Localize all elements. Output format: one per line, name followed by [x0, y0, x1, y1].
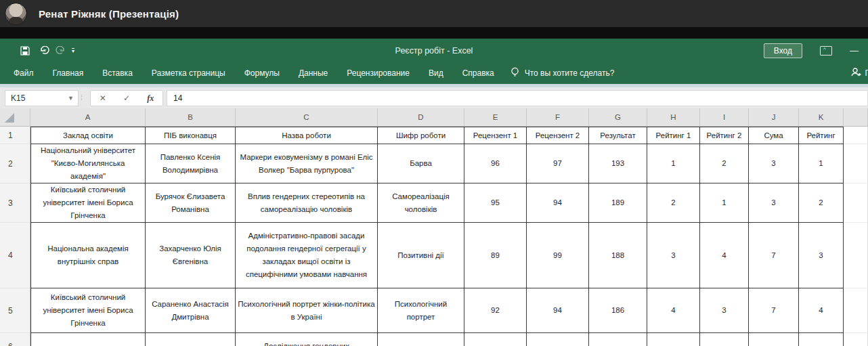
ribbon-tab-8[interactable]: Справка: [453, 62, 504, 84]
cell-I4[interactable]: 4: [700, 223, 749, 288]
cell-C1[interactable]: Назва роботи: [236, 127, 378, 144]
cell-E3[interactable]: 95: [464, 183, 527, 223]
cell-C2[interactable]: Маркери ековуменізму в романі Еліс Волке…: [236, 144, 378, 183]
cell-J5[interactable]: 7: [749, 288, 799, 333]
cell-J4[interactable]: 7: [749, 223, 799, 288]
cell-G5[interactable]: 186: [589, 288, 647, 333]
column-header-A[interactable]: A: [30, 108, 146, 126]
cell-F1[interactable]: Рецензент 2: [527, 127, 589, 144]
tell-me-box[interactable]: Что вы хотите сделать?: [511, 67, 615, 80]
row-header-1[interactable]: 1: [0, 127, 30, 144]
cell-J1[interactable]: Сума: [749, 127, 799, 144]
enter-entry-icon[interactable]: ✓: [123, 93, 130, 103]
cell-C5[interactable]: Психологічний портрет жінки-політика в У…: [236, 288, 378, 333]
cell-B6[interactable]: [146, 333, 236, 346]
row-header-5[interactable]: 5: [0, 288, 30, 333]
cell-K6[interactable]: [799, 333, 844, 346]
cell-C6[interactable]: Дослідження гендерних: [236, 333, 378, 346]
row-header-3[interactable]: 3: [0, 183, 30, 223]
cell-partial-5[interactable]: [844, 288, 868, 333]
cell-H1[interactable]: Рейтинг 1: [647, 127, 700, 144]
ribbon-tab-5[interactable]: Данные: [289, 62, 337, 84]
column-header-F[interactable]: F: [527, 108, 589, 126]
cell-G2[interactable]: 193: [589, 144, 647, 183]
cell-K2[interactable]: 1: [799, 144, 844, 183]
row-header-2[interactable]: 2: [0, 144, 30, 183]
ribbon-tab-2[interactable]: Вставка: [93, 62, 142, 84]
cell-C4[interactable]: Адміністративно-правові засади подолання…: [236, 223, 378, 288]
cell-F2[interactable]: 97: [527, 144, 589, 183]
cell-A3[interactable]: Київський столичний університет імені Бо…: [30, 183, 146, 223]
cell-D3[interactable]: Самореалізація чоловіків: [378, 183, 464, 223]
cell-partial-1[interactable]: [844, 127, 868, 144]
column-header-B[interactable]: B: [146, 108, 236, 126]
cell-G4[interactable]: 188: [589, 223, 647, 288]
cell-G1[interactable]: Результат: [589, 127, 647, 144]
cell-D1[interactable]: Шифр роботи: [378, 127, 464, 144]
cell-E2[interactable]: 96: [464, 144, 527, 183]
row-header-6[interactable]: 6: [0, 333, 30, 346]
cell-D6[interactable]: [378, 333, 464, 346]
column-header-G[interactable]: G: [589, 108, 647, 126]
select-all-corner[interactable]: [0, 108, 30, 126]
cell-partial-2[interactable]: [844, 144, 868, 183]
cell-partial-4[interactable]: [844, 223, 868, 288]
column-header-K[interactable]: K: [799, 108, 844, 126]
cell-D2[interactable]: Барва: [378, 144, 464, 183]
cell-E4[interactable]: 89: [464, 223, 527, 288]
cell-B1[interactable]: ПІБ виконавця: [146, 127, 236, 144]
cell-B4[interactable]: Захарченко Юлія Євгенівна: [146, 223, 236, 288]
column-header-D[interactable]: D: [378, 108, 464, 126]
customize-quick-access-icon[interactable]: ▾: [72, 48, 74, 53]
cell-F6[interactable]: [527, 333, 589, 346]
cell-I6[interactable]: [700, 333, 749, 346]
cell-A2[interactable]: Національний університет "Києво-Могилянс…: [30, 144, 146, 183]
cell-K3[interactable]: 2: [799, 183, 844, 223]
minimize-icon[interactable]: —: [850, 47, 859, 54]
cell-A5[interactable]: Київський столичний університет імені Бо…: [30, 288, 146, 333]
cell-J3[interactable]: 3: [749, 183, 799, 223]
save-icon[interactable]: [20, 46, 30, 56]
cell-H2[interactable]: 1: [647, 144, 700, 183]
column-header-C[interactable]: C: [236, 108, 378, 126]
cell-K4[interactable]: 3: [799, 223, 844, 288]
cell-C3[interactable]: Вплив гендерних стереотипів на самореалі…: [236, 183, 378, 223]
ribbon-tab-3[interactable]: Разметка страницы: [142, 62, 235, 84]
cell-I1[interactable]: Рейтинг 2: [700, 127, 749, 144]
cell-I5[interactable]: 3: [700, 288, 749, 333]
cell-A4[interactable]: Національна академія внутрішніх справ: [30, 223, 146, 288]
cell-H4[interactable]: 3: [647, 223, 700, 288]
cell-H5[interactable]: 4: [647, 288, 700, 333]
ribbon-tab-4[interactable]: Формулы: [235, 62, 289, 84]
row-header-4[interactable]: 4: [0, 223, 30, 288]
cell-H3[interactable]: 2: [647, 183, 700, 223]
cancel-entry-icon[interactable]: ✕: [100, 93, 106, 103]
name-box-dropdown-icon[interactable]: ▼: [68, 95, 74, 102]
column-header-H[interactable]: H: [647, 108, 700, 126]
cell-F5[interactable]: 94: [527, 288, 589, 333]
cell-E5[interactable]: 92: [464, 288, 527, 333]
cell-D5[interactable]: Психологічний портрет: [378, 288, 464, 333]
column-header-E[interactable]: E: [464, 108, 527, 126]
cell-F4[interactable]: 99: [527, 223, 589, 288]
column-header-J[interactable]: J: [749, 108, 799, 126]
cell-B5[interactable]: Сараненко Анастасія Дмитрівна: [146, 288, 236, 333]
column-header-partial[interactable]: [844, 108, 868, 126]
formula-input[interactable]: 14: [167, 90, 868, 106]
cell-E6[interactable]: [464, 333, 527, 346]
ribbon-tab-7[interactable]: Вид: [419, 62, 453, 84]
ribbon-tab-file[interactable]: Файл: [4, 62, 43, 84]
cell-K1[interactable]: Рейтинг: [799, 127, 844, 144]
cell-partial-3[interactable]: [844, 183, 868, 223]
cell-I2[interactable]: 2: [700, 144, 749, 183]
cell-A6[interactable]: [30, 333, 146, 346]
share-button[interactable]: П: [850, 67, 868, 79]
cell-F3[interactable]: 94: [527, 183, 589, 223]
cell-partial-6[interactable]: [844, 333, 868, 346]
cell-K5[interactable]: 4: [799, 288, 844, 333]
cell-J2[interactable]: 3: [749, 144, 799, 183]
cell-D4[interactable]: Позитивні дії: [378, 223, 464, 288]
insert-function-icon[interactable]: fx: [147, 93, 154, 104]
cell-J6[interactable]: [749, 333, 799, 346]
ribbon-tab-1[interactable]: Главная: [43, 62, 93, 84]
